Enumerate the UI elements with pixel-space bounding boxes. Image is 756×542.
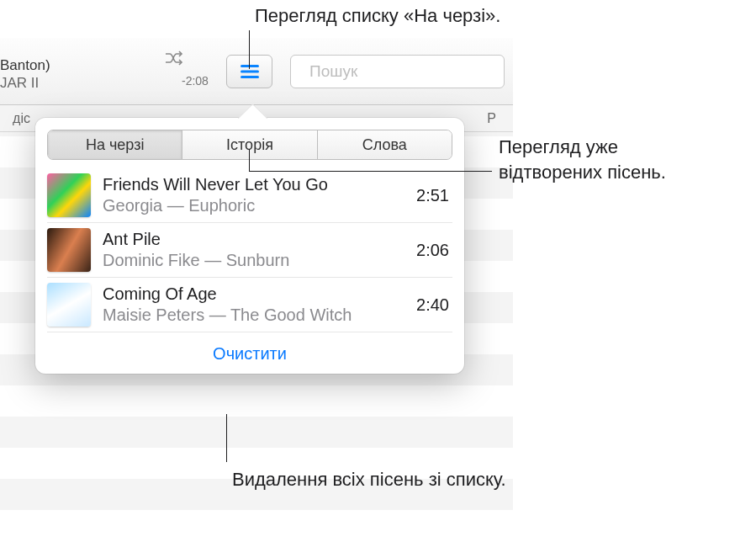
album-art [47,283,91,327]
callout-leader-line [249,149,250,171]
song-artist: Georgia — Euphoric [103,195,404,216]
tab-lyrics[interactable]: Слова [318,130,452,159]
clear-queue-link[interactable]: Очистити [35,344,464,364]
song-meta: Coming Of Age Maisie Peters — The Good W… [103,284,404,326]
callout-line: відтворених пісень. [499,160,666,185]
time-remaining-label: -2:08 [182,74,209,88]
callout-leader-line [226,414,227,462]
callout-leader-line [249,30,250,69]
column-header-right: Р [487,111,496,126]
search-field-container[interactable] [290,55,505,88]
song-duration: 2:51 [416,186,452,205]
song-meta: Ant Pile Dominic Fike — Sunburn [103,229,404,271]
segmented-control: На черзі Історія Слова [47,130,452,160]
song-duration: 2:40 [416,295,452,315]
album-art [47,173,91,217]
svg-rect-1 [241,71,259,73]
now-playing-album: JAR II [0,75,50,92]
callout-leader-line [249,171,492,172]
song-title: Ant Pile [103,229,404,250]
album-art [47,228,91,272]
queue-item[interactable]: Ant Pile Dominic Fike — Sunburn 2:06 [47,223,452,278]
song-artist: Dominic Fike — Sunburn [103,250,404,271]
song-meta: Friends Will Never Let You Go Georgia — … [103,174,404,216]
callout-line: Перегляд уже [499,135,666,160]
song-title: Coming Of Age [103,284,404,305]
queue-song-list: Friends Will Never Let You Go Georgia — … [35,168,464,332]
tab-history[interactable]: Історія [182,130,317,159]
callout-clear-all: Видалення всіх пісень зі списку. [232,467,506,492]
callout-view-queue: Перегляд списку «На черзі». [255,3,500,29]
search-input[interactable] [309,62,509,81]
shuffle-icon[interactable] [164,49,186,71]
song-artist: Maisie Peters — The Good Witch [103,305,404,326]
callout-view-history: Перегляд уже відтворених пісень. [499,135,666,184]
queue-item[interactable]: Coming Of Age Maisie Peters — The Good W… [47,278,452,332]
tab-up-next[interactable]: На черзі [48,130,182,159]
svg-rect-2 [241,76,259,78]
queue-item[interactable]: Friends Will Never Let You Go Georgia — … [47,168,452,223]
song-title: Friends Will Never Let You Go [103,174,404,195]
up-next-popover: На черзі Історія Слова Friends Will Neve… [35,118,464,374]
now-playing-track: Banton) [0,57,50,74]
song-duration: 2:06 [416,241,452,260]
now-playing-info: Banton) JAR II [0,50,50,92]
